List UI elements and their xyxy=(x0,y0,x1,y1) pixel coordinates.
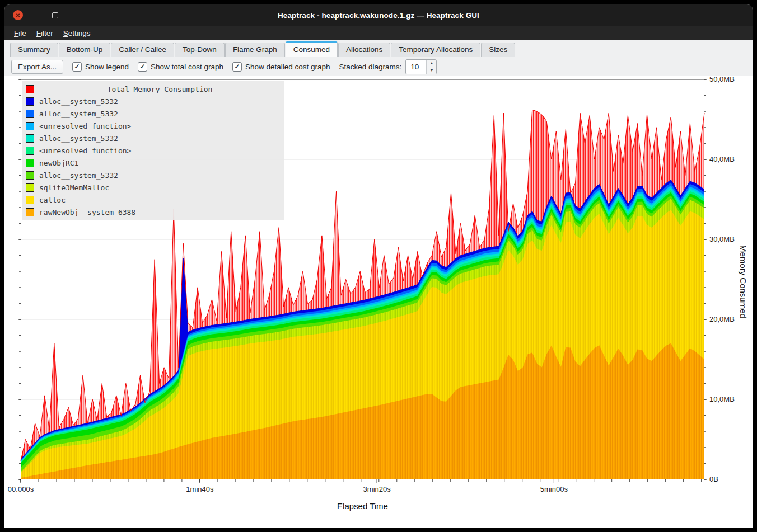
menu-file[interactable]: File xyxy=(9,27,31,39)
maximize-button[interactable] xyxy=(50,10,60,20)
legend-swatch xyxy=(26,196,34,204)
y-tick-label: 10,0MB xyxy=(709,395,735,403)
legend-swatch xyxy=(26,97,34,106)
legend-title: Total Memory Consumption xyxy=(39,85,281,93)
checkbox-show-total-cost-label: Show total cost graph xyxy=(151,63,223,71)
spinner-buttons: ▲ ▼ xyxy=(426,60,436,74)
chevron-up-icon: ▲ xyxy=(429,61,433,65)
stacked-diagrams-spinner[interactable]: 10 ▲ ▼ xyxy=(405,59,437,74)
legend-label: alloc__system_5332 xyxy=(39,110,118,118)
minimize-icon: – xyxy=(34,11,39,20)
legend-row-total: Total Memory Consumption xyxy=(22,83,284,95)
chart-toolbar: Export As... ✓ Show legend ✓ Show total … xyxy=(4,57,753,76)
legend-swatch xyxy=(26,208,34,216)
legend-label: alloc__system_5332 xyxy=(39,97,118,106)
legend-swatch xyxy=(26,183,34,192)
stacked-diagrams-label: Stacked diagrams: xyxy=(339,63,402,71)
legend-row: alloc__system_5332 xyxy=(22,132,284,144)
close-icon: ✕ xyxy=(16,12,20,18)
tab-consumed[interactable]: Consumed xyxy=(286,41,338,57)
y-tick-label: 40,0MB xyxy=(709,155,735,163)
legend-label: <unresolved function> xyxy=(39,147,131,155)
legend-swatch xyxy=(26,110,34,118)
chevron-down-icon: ▼ xyxy=(429,68,433,72)
y-tick-label: 50,0MB xyxy=(709,75,735,83)
checkbox-show-detailed-cost-label: Show detailed cost graph xyxy=(245,63,330,71)
stacked-diagrams-control: Stacked diagrams: 10 ▲ ▼ xyxy=(339,59,437,74)
menu-settings[interactable]: Settings xyxy=(58,27,96,39)
check-icon: ✓ xyxy=(74,63,80,70)
maximize-icon xyxy=(52,12,58,18)
tabbar: Summary Bottom-Up Caller / Callee Top-Do… xyxy=(4,40,753,57)
legend-row: rawNewObj__system_6388 xyxy=(22,206,284,218)
legend-row: calloc xyxy=(22,194,284,206)
app-window: ✕ – Heaptrack - heaptrack.wakunode.1.gz … xyxy=(4,4,753,528)
legend-label: alloc__system_5332 xyxy=(39,134,118,143)
menubar: File Filter Settings xyxy=(4,26,753,40)
legend-row: alloc__system_5332 xyxy=(22,95,284,107)
checkbox-show-total-cost[interactable]: ✓ Show total cost graph xyxy=(138,62,223,72)
minimize-button[interactable]: – xyxy=(31,10,41,20)
checkbox-show-legend-box[interactable]: ✓ xyxy=(72,62,82,72)
tab-flame-graph[interactable]: Flame Graph xyxy=(225,43,285,57)
stacked-diagrams-value[interactable]: 10 xyxy=(406,60,426,74)
chart-legend: Total Memory Consumption alloc__system_5… xyxy=(22,81,284,220)
legend-row: alloc__system_5332 xyxy=(22,107,284,120)
tab-allocations[interactable]: Allocations xyxy=(338,43,390,57)
tab-bottom-up[interactable]: Bottom-Up xyxy=(59,43,111,57)
window-title: Heaptrack - heaptrack.wakunode.1.gz — He… xyxy=(4,11,753,20)
legend-label: sqlite3MemMalloc xyxy=(39,183,109,192)
legend-label: alloc__system_5332 xyxy=(39,171,118,180)
legend-swatch xyxy=(26,122,34,130)
titlebar[interactable]: ✕ – Heaptrack - heaptrack.wakunode.1.gz … xyxy=(4,4,753,26)
tab-summary[interactable]: Summary xyxy=(10,43,58,57)
x-tick-label: 3min20s xyxy=(363,485,391,493)
x-tick-label: 00.000s xyxy=(8,485,34,493)
legend-label: rawNewObj__system_6388 xyxy=(39,208,135,216)
check-icon: ✓ xyxy=(140,63,146,70)
y-tick-label: 0B xyxy=(709,475,718,483)
y-tick-label: 20,0MB xyxy=(709,315,735,323)
spinner-up-button[interactable]: ▲ xyxy=(427,60,436,67)
checkbox-show-detailed-cost[interactable]: ✓ Show detailed cost graph xyxy=(232,62,330,72)
legend-swatch xyxy=(26,147,34,155)
legend-row: newObjRC1 xyxy=(22,157,284,169)
checkbox-show-legend[interactable]: ✓ Show legend xyxy=(72,62,129,72)
tab-top-down[interactable]: Top-Down xyxy=(175,43,225,57)
chart-panel: Total Memory Consumption alloc__system_5… xyxy=(4,76,753,528)
menu-filter[interactable]: Filter xyxy=(31,27,58,39)
window-controls: ✕ – xyxy=(13,10,60,20)
legend-label: newObjRC1 xyxy=(39,159,78,167)
checkbox-show-total-cost-box[interactable]: ✓ xyxy=(138,62,147,72)
legend-label: calloc xyxy=(39,196,66,204)
close-button[interactable]: ✕ xyxy=(13,10,23,20)
check-icon: ✓ xyxy=(234,63,240,70)
checkbox-show-detailed-cost-box[interactable]: ✓ xyxy=(232,62,242,72)
y-tick-label: 30,0MB xyxy=(709,235,735,243)
x-tick-label: 1min40s xyxy=(186,485,213,493)
legend-swatch xyxy=(26,159,34,167)
legend-row: sqlite3MemMalloc xyxy=(22,181,284,194)
legend-row: <unresolved function> xyxy=(22,120,284,132)
legend-row: <unresolved function> xyxy=(22,144,284,157)
spinner-down-button[interactable]: ▼ xyxy=(427,67,436,74)
legend-swatch xyxy=(26,171,34,180)
x-tick-label: 5min00s xyxy=(540,485,568,493)
tab-temporary-allocations[interactable]: Temporary Allocations xyxy=(391,43,480,57)
tab-caller-callee[interactable]: Caller / Callee xyxy=(111,43,174,57)
legend-label: <unresolved function> xyxy=(39,122,131,130)
y-axis-title: Memory Consumed xyxy=(736,79,750,484)
export-as-button[interactable]: Export As... xyxy=(11,60,63,74)
legend-row: alloc__system_5332 xyxy=(22,169,284,181)
legend-swatch xyxy=(26,134,34,143)
checkbox-show-legend-label: Show legend xyxy=(85,63,129,71)
legend-swatch-total xyxy=(26,85,34,93)
tab-sizes[interactable]: Sizes xyxy=(481,43,515,57)
x-axis-title: Elapsed Time xyxy=(21,501,704,511)
